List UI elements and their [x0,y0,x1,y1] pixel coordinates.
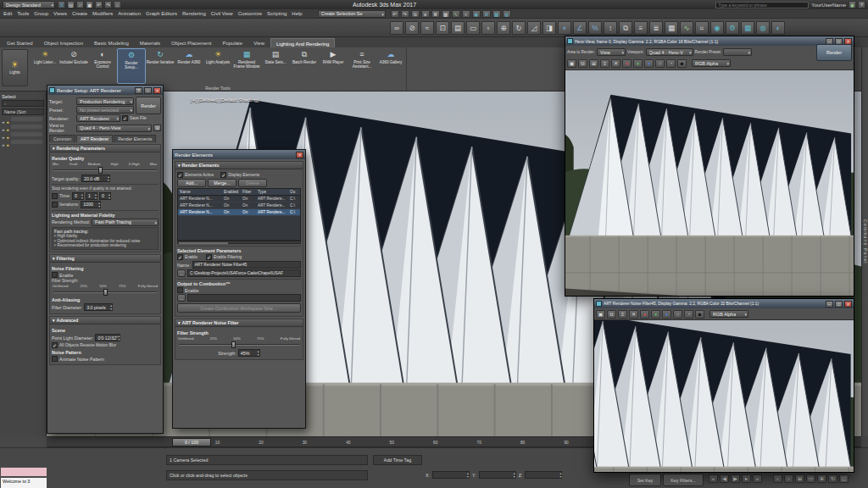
tab-populate[interactable]: Populate [217,38,248,47]
clear-image-icon[interactable]: ✕ [629,310,638,319]
render-production-icon[interactable]: ◍ [756,21,770,35]
render-quality-slider[interactable] [53,167,157,174]
rendered-image[interactable] [594,320,854,472]
background-color-swatch[interactable]: ■ [695,310,704,319]
menu-edit[interactable]: Edit [3,11,12,16]
copy-image-icon[interactable]: ⧉ [578,59,587,68]
save-file-icon[interactable]: ▣ [86,1,93,8]
material-editor-icon[interactable]: ◉ [710,21,724,35]
batch-render-button[interactable]: ⧉Batch Render [290,48,319,84]
add-element-button[interactable]: Add... [177,179,206,187]
close-button[interactable] [153,87,161,94]
rendered-frame-window-icon[interactable]: ▦ [741,21,754,35]
minimize-button[interactable] [144,87,152,94]
render-elements-titlebar[interactable]: Render Elements [173,150,305,159]
print-image-icon[interactable]: ≡ [600,59,609,68]
horizontal-scrollbar[interactable] [177,241,301,244]
rendered-image[interactable] [565,70,854,296]
tab-object-placement[interactable]: Object Placement [166,38,216,47]
menu-scripting[interactable]: Scripting [267,11,287,16]
select-and-move-icon[interactable]: ⊕ [497,21,510,35]
menu-tools[interactable]: Tools [17,11,29,16]
create-combustion-workspace-button[interactable]: Create Combustion Workspace Now ... [177,303,301,313]
minimize-button[interactable] [826,301,833,308]
channel-display-dropdown[interactable]: RGB Alpha [692,59,731,67]
strength-spinner[interactable]: 45% [238,349,260,357]
noise-filtering-enable-checkbox[interactable] [52,272,58,278]
zoom-icon[interactable]: ⌕ [773,474,782,483]
background-color-swatch[interactable]: ■ [677,59,687,68]
render-iterative-icon[interactable]: ◐ [771,21,785,35]
channel-display-dropdown[interactable]: RGB Alpha [709,310,748,318]
print-image-icon[interactable]: ≡ [618,310,627,319]
menu-create[interactable]: Create [72,11,87,16]
layer-explorer-small-icon[interactable]: ≣ [431,10,440,18]
point-light-diameter-spinner[interactable]: 0'0 12/32" [95,334,120,341]
area-to-render-dropdown[interactable]: View [597,48,626,56]
signin-avatar-icon[interactable]: ◉ [849,1,856,8]
render-elements-table[interactable]: NameEnabledFilterTypeOu ART Renderer N..… [177,188,301,241]
light-lister-button[interactable]: ☀Light Lister... [31,48,59,84]
tab-common[interactable]: Common [49,135,75,142]
play-animation-icon[interactable]: ▶ [731,474,740,483]
rollout-header[interactable]: Rendering Parameters [50,145,160,152]
help-button[interactable] [135,87,142,94]
time-slider[interactable]: 0 / 100 [172,438,211,446]
graphite-small-icon[interactable]: ▦ [442,10,450,18]
graphite-ribbon-icon[interactable]: ▦ [665,21,678,35]
go-to-start-icon[interactable]: « [709,474,718,483]
state-sets-button[interactable]: ▤State Sets... [261,48,290,84]
render-setup-button[interactable]: ⚙Render Setup... [117,48,146,84]
set-key-button[interactable]: Set Key [629,474,661,486]
select-and-link-icon[interactable]: ∞ [390,21,403,35]
combustion-enable-checkbox[interactable] [177,287,183,293]
table-row-selected[interactable]: ART Renderer N...OnOnART Rendere...C:\ [178,209,300,216]
filter-diameter-spinner[interactable]: 3.0 pixels [84,303,113,311]
tab-object-inspection[interactable]: Object Inspection [39,38,88,47]
close-button[interactable] [296,152,303,158]
maximize-button[interactable] [835,301,843,308]
save-image-icon[interactable]: ▣ [596,310,605,319]
display-elements-checkbox[interactable] [220,172,226,178]
next-frame-icon[interactable]: ▸ [742,474,751,483]
animate-noise-checkbox[interactable] [52,356,58,362]
redo-small-icon[interactable]: ↷ [401,10,409,18]
orbit-icon[interactable]: ↻ [828,474,837,483]
maximize-viewport-icon[interactable]: ◱ [839,474,849,483]
add-time-tag[interactable]: Add Time Tag [373,455,422,465]
view-to-render-dropdown[interactable]: Quad 4 - Hero-View [76,125,152,132]
output-path-field[interactable]: C:\Desktop-Projects\USAForce-CadetChapel… [187,269,301,277]
menu-customize[interactable]: Customize [238,11,262,16]
copy-image-icon[interactable]: ⧉ [607,310,616,319]
menu-group[interactable]: Group [34,11,48,16]
key-filters-button[interactable]: Key Filters... [663,474,704,486]
target-quality-spinner[interactable]: 20.0 dB [81,175,110,182]
rendering-method-dropdown[interactable]: Fast Path Tracing [92,219,159,226]
table-row[interactable]: ART Renderer N...OnOnART Rendere...C:\ [178,196,300,202]
element-enable-checkbox[interactable] [177,254,183,260]
rollout-header[interactable]: ART Renderer Noise Filter [175,319,303,327]
material-editor-small-icon[interactable]: ◉ [472,10,481,18]
iterations-checkbox[interactable] [52,202,58,208]
render-a360-button[interactable]: ☁Render A360 [175,48,203,84]
select-object-icon[interactable]: ⊡ [436,21,449,35]
bind-to-spacewarp-icon[interactable]: ≈ [420,21,434,35]
a360-gallery-button[interactable]: ☁A360 Gallery [376,48,405,84]
schematic-view-small-icon[interactable]: ⌗ [462,10,470,18]
select-and-place-icon[interactable]: ◨ [542,21,556,35]
renderer-dropdown[interactable]: ART Renderer [76,114,120,122]
go-to-end-icon[interactable]: » [753,474,762,483]
new-scene-icon[interactable]: ▤ [67,1,75,8]
combustion-path-field[interactable] [187,294,301,302]
percent-snap-icon[interactable]: % [588,21,602,35]
zoom-all-icon[interactable]: ⌕ [784,474,793,483]
select-and-scale-icon[interactable]: ◿ [527,21,541,35]
channel-mono-icon[interactable]: ◔ [666,59,676,68]
time-checkbox[interactable] [52,193,58,199]
save-image-icon[interactable]: ▣ [567,59,576,68]
tab-materials[interactable]: Materials [135,38,165,47]
align-icon[interactable]: ≡ [634,21,648,35]
signin-menu[interactable]: YourUserName [811,3,846,8]
table-row[interactable]: ART Renderer N...OnOnART Rendere...C:\ [178,202,300,209]
channel-alpha-icon[interactable]: ○ [655,59,665,68]
